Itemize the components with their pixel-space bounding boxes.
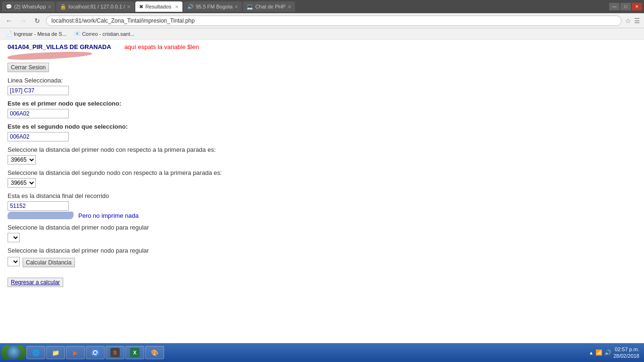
annotation-blue-area: Pero no imprime nada [8, 212, 636, 219]
back-button[interactable]: ← [4, 16, 14, 26]
bookmark-star-icon[interactable]: ☆ [625, 17, 631, 25]
maximize-button[interactable]: □ [620, 3, 631, 10]
tab-whatsapp[interactable]: 💬 (2) WhatsApp ✕ [2, 1, 55, 12]
tab-close-chat[interactable]: ✕ [288, 4, 291, 9]
segundo-nodo-input[interactable] [8, 132, 69, 141]
primer-nodo-label: Este es el primer nodo que selecciono: [8, 100, 636, 107]
tab-localhost[interactable]: 🔒 localhost:81 / 127.0.0.1 / ✕ [56, 1, 134, 12]
regular-segundo-select[interactable] [8, 257, 20, 266]
tab-chat[interactable]: 💻 Chat de PHP ✕ [243, 1, 295, 12]
regresar-section: Regresar a calcular [8, 274, 636, 287]
linea-label: Linea Seleccionada: [8, 77, 636, 84]
red-scribble [8, 51, 92, 60]
dist-segundo-label: Seleccione la distancia del segundo nodo… [8, 169, 636, 176]
regular-primer-select[interactable] [8, 233, 20, 242]
tab-resultados[interactable]: ✖ Resultados ✕ [135, 1, 182, 12]
minimize-button[interactable]: — [609, 3, 619, 10]
dist-segundo-section: Seleccione la distancia del segundo nodo… [8, 169, 636, 188]
header-section: 041A04_PIR_VILLAS DE GRANADA aquí espats… [8, 43, 636, 50]
bookmark-ingresar[interactable]: 📄 Ingresar - Mesa de S... [4, 31, 68, 37]
localhost-icon: 🔒 [60, 4, 66, 10]
tab-close-resultados[interactable]: ✕ [175, 4, 179, 9]
bookmarks-bar: 📄 Ingresar - Mesa de S... 📧 Correo - cri… [0, 28, 644, 40]
address-icons: ☆ ☰ [625, 17, 640, 25]
dist-segundo-select[interactable]: 39665 [8, 178, 36, 188]
regular-primer-section: Seleccione la distancia del primer nodo … [8, 224, 636, 242]
dist-primer-section: Seleccione la distancia del primer nodo … [8, 146, 636, 165]
header-code: 041A04_PIR_VILLAS DE GRANADA [8, 43, 111, 50]
settings-icon[interactable]: ☰ [634, 17, 640, 25]
calcular-row: Calcular Distancia [8, 256, 636, 267]
blue-scribble [8, 212, 74, 219]
header-code-text: 041A04_PIR_VILLAS DE GRANADA [8, 43, 111, 50]
segundo-nodo-label: Este es el segundo nodo que selecciono: [8, 123, 636, 130]
dist-final-label: Esta es la distancia final del recorrido [8, 192, 636, 199]
linea-input[interactable] [8, 86, 69, 95]
radio-icon: 🔊 [187, 4, 194, 10]
tab-chat-label: Chat de PHP [255, 4, 285, 9]
primer-nodo-section: Este es el primer nodo que selecciono: [8, 100, 636, 118]
dist-final-section: Esta es la distancia final del recorrido… [8, 192, 636, 219]
window-controls: — □ ✕ [609, 3, 642, 10]
tab-whatsapp-label: (2) WhatsApp [14, 4, 46, 9]
tab-close-radio[interactable]: ✕ [234, 4, 238, 9]
regular-segundo-label: Seleccione la distancia del primer nodo … [8, 247, 636, 254]
address-bar: ← → ↻ ☆ ☰ [0, 13, 644, 28]
regresar-link[interactable]: Regresar a calcular [8, 278, 63, 287]
close-button[interactable]: ✕ [632, 3, 642, 10]
tab-close-whatsapp[interactable]: ✕ [48, 4, 51, 9]
linea-section: Linea Seleccionada: [8, 77, 636, 95]
dist-final-row [8, 201, 636, 211]
primer-nodo-input[interactable] [8, 109, 69, 118]
tab-close-localhost[interactable]: ✕ [127, 4, 131, 9]
dist-primer-select[interactable]: 39665 [8, 155, 36, 165]
forward-button[interactable]: → [18, 16, 28, 26]
whatsapp-icon: 💬 [6, 4, 12, 10]
scribble-area [8, 52, 636, 60]
tab-radio-label: 95.5 FM Bogota [196, 4, 232, 9]
regular-primer-label: Seleccione la distancia del primer nodo … [8, 224, 636, 231]
regular-segundo-section: Seleccione la distancia del primer nodo … [8, 247, 636, 267]
annotation-red-text: aquí espats la variable $len [124, 43, 199, 50]
chat-icon: 💻 [247, 4, 253, 10]
tab-radio[interactable]: 🔊 95.5 FM Bogota ✕ [183, 1, 242, 12]
tab-localhost-label: localhost:81 / 127.0.0.1 / [68, 4, 125, 9]
close-session-area: Cerrar Sesion [8, 61, 636, 72]
bookmark-email-icon: 📧 [74, 31, 81, 37]
dist-primer-label: Seleccione la distancia del primer nodo … [8, 146, 636, 153]
bookmark-icon: 📄 [6, 31, 12, 37]
close-session-button[interactable]: Cerrar Sesion [8, 63, 49, 72]
page-content: 041A04_PIR_VILLAS DE GRANADA aquí espats… [0, 40, 644, 343]
resultados-icon: ✖ [139, 4, 143, 10]
url-bar[interactable] [46, 16, 621, 26]
calcular-button[interactable]: Calcular Distancia [23, 258, 75, 267]
dist-final-input[interactable] [8, 201, 69, 211]
tab-resultados-label: Resultados [145, 4, 171, 9]
title-bar: 💬 (2) WhatsApp ✕ 🔒 localhost:81 / 127.0.… [0, 0, 644, 13]
segundo-nodo-section: Este es el segundo nodo que selecciono: [8, 123, 636, 141]
annotation-blue-text: Pero no imprime nada [78, 212, 139, 219]
refresh-button[interactable]: ↻ [32, 16, 42, 26]
bookmark-correo[interactable]: 📧 Correo - cristian.sant... [72, 31, 136, 37]
